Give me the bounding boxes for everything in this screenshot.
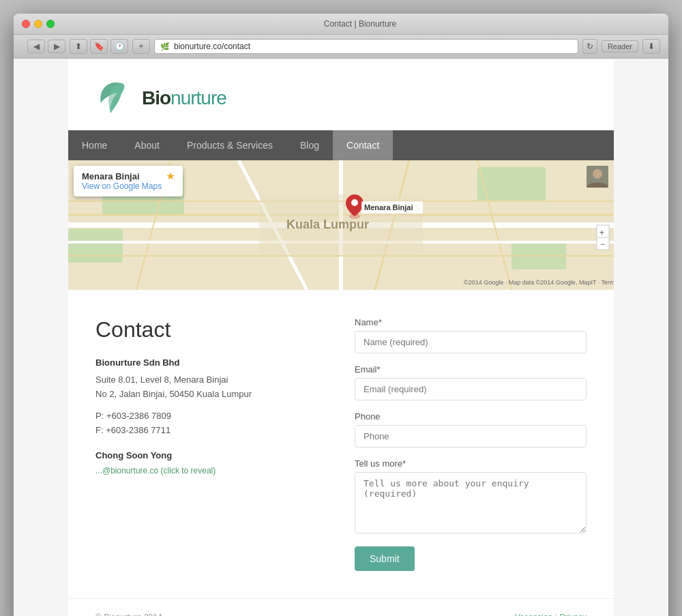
phone-input[interactable] bbox=[355, 425, 587, 448]
view-on-maps-link[interactable]: View on Google Maps bbox=[82, 181, 162, 191]
privacy-link[interactable]: Privacy bbox=[560, 613, 587, 616]
browser-window: Contact | Bionurture ◀ ▶ ⬆ 🔖 🕐 + 🌿 bionu… bbox=[14, 14, 668, 616]
browser-titlebar: Contact | Bionurture bbox=[14, 14, 668, 35]
email-field-group: Email* bbox=[355, 364, 587, 400]
nav-item-products[interactable]: Products & Services bbox=[173, 130, 286, 160]
site-header: Bionurture bbox=[68, 59, 614, 130]
nav-list: Home About Products & Services Blog Cont… bbox=[68, 130, 614, 160]
contact-form: Name* Email* Phone Tell us more* bbox=[355, 317, 587, 571]
nav-link-home[interactable]: Home bbox=[68, 130, 121, 160]
nav-item-contact[interactable]: Contact bbox=[333, 130, 393, 160]
contact-info: Bionurture Sdn Bhd Suite 8.01, Level 8, … bbox=[95, 356, 327, 478]
submit-button[interactable]: Submit bbox=[355, 546, 415, 571]
reload-button[interactable]: ↻ bbox=[582, 39, 597, 54]
message-textarea[interactable] bbox=[355, 472, 587, 533]
back-button[interactable]: ◀ bbox=[27, 40, 45, 53]
company-name: Bionurture Sdn Bhd bbox=[95, 356, 327, 370]
nav-link-blog[interactable]: Blog bbox=[286, 130, 333, 160]
phone-label: Phone bbox=[355, 411, 587, 422]
footer-links: Vacancies | Privacy bbox=[515, 613, 587, 616]
svg-point-18 bbox=[593, 169, 602, 179]
traffic-lights bbox=[22, 20, 55, 28]
vacancies-link[interactable]: Vacancies bbox=[515, 613, 552, 616]
nav-buttons: ◀ ▶ bbox=[27, 40, 65, 53]
svg-text:Menara Binjai: Menara Binjai bbox=[364, 203, 413, 211]
site-nav: Home About Products & Services Blog Cont… bbox=[68, 130, 614, 160]
footer-separator: | bbox=[555, 613, 557, 616]
map-container: Kuala Lumpur Menara Binjai ©2014 Google … bbox=[68, 160, 614, 290]
svg-text:©2014 Google · Map data ©2014 : ©2014 Google · Map data ©2014 Google, Ma… bbox=[464, 279, 614, 286]
reader-button[interactable]: Reader bbox=[602, 40, 638, 53]
street-view-avatar bbox=[587, 166, 608, 188]
svg-text:+: + bbox=[599, 228, 604, 237]
forward-button[interactable]: ▶ bbox=[48, 40, 65, 53]
nav-link-products[interactable]: Products & Services bbox=[173, 130, 286, 160]
main-content: Contact Bionurture Sdn Bhd Suite 8.01, L… bbox=[68, 290, 614, 598]
name-label: Name* bbox=[355, 317, 587, 327]
close-button[interactable] bbox=[22, 20, 30, 28]
content-grid: Contact Bionurture Sdn Bhd Suite 8.01, L… bbox=[95, 317, 587, 571]
message-field-group: Tell us more* bbox=[355, 458, 587, 536]
nav-link-about[interactable]: About bbox=[121, 130, 173, 160]
add-tab-button[interactable]: + bbox=[132, 39, 150, 54]
forward-icon: ▶ bbox=[54, 42, 60, 51]
svg-text:−: − bbox=[600, 239, 605, 249]
nav-item-home[interactable]: Home bbox=[68, 130, 121, 160]
map-star-icon: ★ bbox=[166, 171, 175, 181]
map-popup-title: Menara Binjai ★ bbox=[82, 171, 175, 181]
browser-title: Contact | Bionurture bbox=[324, 19, 397, 29]
maximize-button[interactable] bbox=[46, 20, 55, 28]
logo-text: Bionurture bbox=[142, 87, 226, 109]
map-popup: Menara Binjai ★ View on Google Maps bbox=[74, 166, 183, 196]
person-name: Chong Soon Yong bbox=[95, 449, 327, 463]
back-icon: ◀ bbox=[33, 42, 40, 51]
svg-rect-3 bbox=[477, 167, 546, 201]
email-reveal[interactable]: ...@bionurture.co (click to reveal) bbox=[95, 465, 327, 478]
address-block: Suite 8.01, Level 8, Menara Binjai No 2,… bbox=[95, 373, 327, 402]
map-location-name: Menara Binjai bbox=[82, 171, 140, 181]
fax: F: +603-2386 7711 bbox=[95, 424, 327, 438]
email-input[interactable] bbox=[355, 378, 587, 400]
message-label: Tell us more* bbox=[355, 458, 587, 469]
address-bar[interactable]: 🌿 bionurture.co/contact bbox=[154, 39, 578, 54]
footer-copyright: © Bionurture 2014 bbox=[95, 613, 162, 616]
website-content: Bionurture Home About Products & Service… bbox=[14, 59, 668, 616]
downloads-button[interactable]: ⬇ bbox=[642, 39, 660, 54]
svg-point-9 bbox=[351, 199, 358, 206]
nav-item-about[interactable]: About bbox=[121, 130, 173, 160]
svg-rect-4 bbox=[68, 229, 123, 263]
share-button[interactable]: ⬆ bbox=[70, 39, 87, 54]
address-line2: No 2, Jalan Binjai, 50450 Kuala Lumpur bbox=[95, 387, 327, 402]
phone: P: +603-2386 7809 bbox=[95, 409, 327, 424]
phone-field-group: Phone bbox=[355, 411, 587, 448]
site-wrapper: Bionurture Home About Products & Service… bbox=[68, 59, 614, 616]
browser-toolbar: ◀ ▶ ⬆ 🔖 🕐 + 🌿 bionurture.co/contact ↻ Re… bbox=[14, 35, 668, 59]
minimize-button[interactable] bbox=[34, 20, 42, 28]
logo: Bionurture bbox=[95, 79, 614, 117]
contact-heading: Contact bbox=[95, 317, 327, 342]
nav-link-contact[interactable]: Contact bbox=[333, 130, 393, 160]
toolbar-actions: ⬆ 🔖 🕐 bbox=[70, 39, 128, 54]
phone-block: P: +603-2386 7809 F: +603-2386 7711 bbox=[95, 409, 327, 438]
site-footer: © Bionurture 2014 Vacancies | Privacy bbox=[68, 598, 614, 616]
history-button[interactable]: 🕐 bbox=[110, 39, 128, 54]
name-input[interactable] bbox=[355, 331, 587, 353]
email-label: Email* bbox=[355, 364, 587, 375]
favicon: 🌿 bbox=[160, 42, 170, 51]
bookmark-button[interactable]: 🔖 bbox=[90, 39, 108, 54]
address-line1: Suite 8.01, Level 8, Menara Binjai bbox=[95, 373, 327, 387]
svg-text:Kuala Lumpur: Kuala Lumpur bbox=[286, 218, 369, 231]
nav-item-blog[interactable]: Blog bbox=[286, 130, 333, 160]
logo-icon bbox=[95, 79, 136, 117]
url-text: bionurture.co/contact bbox=[174, 42, 250, 51]
contact-info-column: Contact Bionurture Sdn Bhd Suite 8.01, L… bbox=[95, 317, 327, 571]
name-field-group: Name* bbox=[355, 317, 587, 353]
